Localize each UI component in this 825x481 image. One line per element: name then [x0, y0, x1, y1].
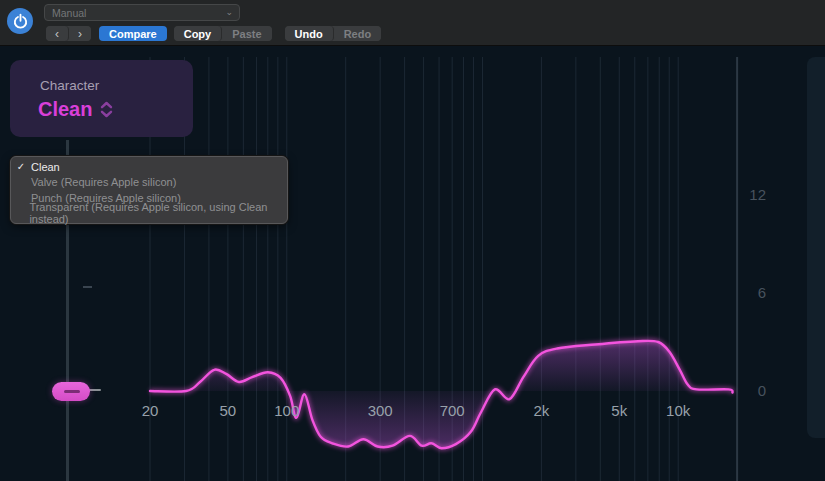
menu-item-transparent[interactable]: Transparent (Requires Apple silicon, usi… — [11, 206, 287, 222]
freq-tick-label-2k: 2k — [533, 402, 549, 419]
character-panel: Character Clean — [10, 60, 193, 137]
menu-item-label: Transparent (Requires Apple silicon, usi… — [29, 201, 287, 225]
next-preset-button[interactable]: › — [69, 26, 91, 41]
db-tick-label-0: 0 — [758, 382, 766, 399]
previous-preset-button[interactable]: ‹ — [46, 26, 69, 41]
preset-nav-group: ‹ › — [46, 26, 91, 41]
character-dropdown-trigger[interactable]: Clean — [38, 98, 114, 121]
menu-item-label: Valve (Requires Apple silicon) — [31, 176, 176, 188]
menu-item-valve[interactable]: Valve (Requires Apple silicon) — [11, 175, 287, 191]
freq-tick-label-300: 300 — [368, 402, 393, 419]
freq-tick-label-10k: 10k — [666, 402, 691, 419]
freq-tick-label-50: 50 — [220, 402, 237, 419]
freq-tick-label-20: 20 — [142, 402, 159, 419]
character-menu: ✓CleanValve (Requires Apple silicon)Punc… — [10, 156, 288, 224]
up-down-chevron-icon — [99, 101, 114, 118]
paste-button[interactable]: Paste — [222, 26, 271, 41]
slider-grip-mark — [64, 390, 80, 393]
db-tick-label-12: 12 — [749, 186, 766, 203]
character-value: Clean — [38, 98, 92, 121]
plugin-header-bar: Manual ⌄ ‹ › Compare Copy Paste Undo Red… — [0, 0, 825, 46]
copy-button[interactable]: Copy — [174, 26, 223, 41]
eq-curve-fill — [150, 341, 733, 448]
checkmark-icon: ✓ — [11, 161, 31, 172]
gain-slider-handle[interactable] — [52, 382, 90, 401]
freq-tick-label-100: 100 — [274, 402, 299, 419]
copy-paste-group: Copy Paste — [174, 26, 272, 41]
chevron-down-icon: ⌄ — [225, 8, 233, 17]
menu-item-label: Clean — [31, 161, 60, 173]
freq-tick-label-700: 700 — [440, 402, 465, 419]
compare-button[interactable]: Compare — [99, 26, 167, 41]
undo-redo-group: Undo Redo — [285, 26, 382, 41]
character-panel-label: Character — [40, 78, 99, 93]
power-button[interactable] — [7, 8, 33, 34]
freq-tick-label-5k: 5k — [611, 402, 627, 419]
undo-button[interactable]: Undo — [285, 26, 334, 41]
db-tick-label-6: 6 — [758, 284, 766, 301]
power-icon — [12, 13, 29, 30]
redo-button[interactable]: Redo — [334, 26, 382, 41]
menu-item-clean[interactable]: ✓Clean — [11, 159, 287, 175]
preset-value: Manual — [45, 7, 225, 19]
preset-select[interactable]: Manual ⌄ — [44, 4, 240, 21]
